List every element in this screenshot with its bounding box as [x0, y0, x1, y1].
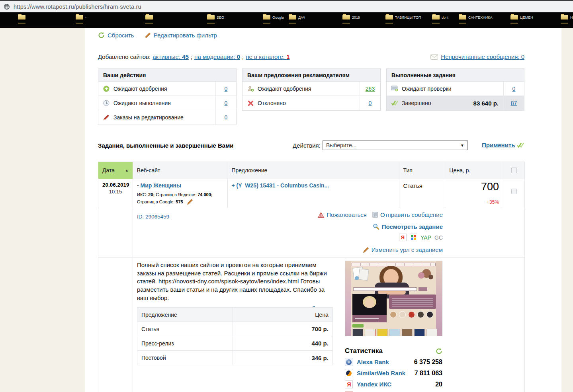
- pricing-table: Предложение Цена Статья 700 р. Пресс-рел…: [137, 307, 333, 365]
- type-cell: Статья: [399, 179, 446, 208]
- pricing-row: Статья 700 р.: [137, 322, 332, 336]
- row-checkbox[interactable]: [511, 189, 517, 194]
- panel-completed-tasks: Выполненные задания Ожидают проверки 0 З…: [386, 68, 524, 111]
- panel-row: Заказы на редактирование 0: [98, 110, 236, 125]
- bookmark-underline: [342, 23, 350, 23]
- view-task-link[interactable]: Посмотреть задание: [373, 223, 443, 230]
- separator: ;: [191, 53, 192, 60]
- complain-link[interactable]: Пожаловаться: [318, 211, 367, 218]
- thumbnail-decoration: [389, 329, 400, 336]
- thumbnail-decoration: [389, 294, 436, 309]
- warning-icon: [318, 212, 324, 218]
- reset-filter-link[interactable]: Сбросить: [98, 32, 134, 39]
- bookmark-item[interactable]: Google: [263, 15, 284, 23]
- website-link[interactable]: Мир Женщины: [141, 182, 181, 189]
- not-in-catalog-link[interactable]: не в каталоге: 1: [246, 53, 289, 60]
- header-checkbox-cell: [503, 162, 524, 179]
- thumbnail-decoration: [408, 311, 415, 318]
- bookmark-underline: [561, 23, 568, 23]
- table-row: 20.06.2019 10:15 - Мир Женщины ИКС: 20; …: [98, 179, 524, 208]
- bookmark-underline: [76, 23, 83, 23]
- refresh-icon[interactable]: [436, 348, 442, 355]
- apply-button[interactable]: Применить: [482, 142, 524, 148]
- alexa-rank-link[interactable]: Alexa Rank: [357, 359, 389, 365]
- red-x-icon: [246, 100, 254, 106]
- bookmark-item[interactable]: 2019: [342, 15, 360, 23]
- edit-url-link[interactable]: Изменить урл с заданием: [363, 246, 443, 253]
- offers-awaiting-approval-count[interactable]: 263: [366, 86, 375, 92]
- row-checkbox-cell: [503, 179, 524, 208]
- stat-row: SimilarWeb Rank 7 811 063: [345, 369, 442, 377]
- bookmark-item[interactable]: Новый: [561, 15, 573, 23]
- yandex-iks-link[interactable]: Yandex ИКС: [357, 381, 391, 388]
- sites-added-summary: Добавлено сайтов: активные: 45 ; на моде…: [98, 53, 290, 60]
- select-value: Выберите...: [326, 142, 356, 148]
- select-all-checkbox[interactable]: [511, 168, 517, 173]
- edit-filter-link[interactable]: Редактировать фильтр: [145, 32, 217, 39]
- site-thumbnail[interactable]: [345, 261, 442, 336]
- thumbnail-decoration: [414, 329, 425, 336]
- bookmark-label: -: [85, 16, 86, 20]
- refresh-icon: [98, 32, 105, 39]
- edit-filter-label[interactable]: Редактировать фильтр: [154, 32, 217, 39]
- rejected-count[interactable]: 0: [369, 100, 372, 106]
- price-value: 700: [481, 181, 499, 193]
- google-icon[interactable]: [410, 234, 417, 241]
- pricing-row: Постовой 346 р.: [137, 351, 332, 365]
- panel-your-offers: Ваши предложения рекламодателям Ожидают …: [242, 68, 381, 111]
- task-id-link[interactable]: ID: 29065459: [137, 214, 169, 220]
- thumbnail-decoration: [345, 261, 351, 336]
- awaiting-completion-count[interactable]: 0: [225, 100, 228, 106]
- active-sites-link[interactable]: активные: 45: [153, 53, 189, 60]
- empty-date-cell: [98, 258, 133, 392]
- awaiting-check-count[interactable]: 0: [512, 86, 516, 92]
- bookmark-item[interactable]: ТАБЛИЦЫ ТОП: [385, 15, 421, 23]
- apply-label[interactable]: Применить: [482, 142, 515, 148]
- offer-link[interactable]: + (Y_W25) 15431 - Columbus Casin...: [232, 182, 329, 189]
- thumbnail-decoration: [352, 324, 364, 328]
- folder-icon: [207, 15, 215, 20]
- column-header-date[interactable]: Дата▲: [98, 162, 133, 179]
- yandex-icon[interactable]: Я: [399, 234, 407, 241]
- bookmark-underline: [207, 23, 215, 23]
- bookmark-item[interactable]: САНТЕХНИКА: [459, 15, 493, 23]
- send-message-link[interactable]: Отправить сообщение: [372, 211, 443, 218]
- bookmark-label: ТАБЛИЦЫ ТОП: [395, 16, 421, 20]
- bookmark-item[interactable]: ДАЧ: [289, 15, 305, 23]
- bookmark-item[interactable]: [145, 15, 155, 23]
- message-icon: [372, 212, 378, 218]
- details-row: Полный список наших сайтов и проектов на…: [98, 258, 524, 392]
- thumbnail-decoration: [399, 311, 406, 318]
- unread-messages-label[interactable]: Непрочитанные сообщения: 0: [441, 53, 524, 60]
- envelope-icon: [430, 54, 438, 60]
- yandex-iks-value: 20: [435, 381, 442, 388]
- bookmark-item[interactable]: -: [76, 15, 86, 23]
- similarweb-rank-link[interactable]: SimilarWeb Rank: [357, 370, 405, 376]
- unread-messages-link[interactable]: Непрочитанные сообщения: 0: [430, 53, 524, 60]
- table-header-row: Дата▲ Веб-сайт Предложение Тип Цена, р.: [98, 162, 524, 179]
- website-cell: - Мир Женщины ИКС: 20; Страниц в Яндексе…: [133, 179, 228, 208]
- folder-icon: [342, 15, 350, 20]
- awaiting-approval-count[interactable]: 0: [225, 86, 228, 92]
- bookmark-item[interactable]: [18, 15, 27, 23]
- bookmark-item[interactable]: do it: [432, 15, 448, 23]
- panel-row-completed: Завершено 83 640 р. 87: [387, 96, 524, 110]
- bookmark-item[interactable]: ЦЕМЕН: [510, 15, 533, 23]
- url-text[interactable]: https://www.rotapost.ru/publishers/hram-…: [14, 4, 141, 10]
- thumbnail-decoration: [352, 315, 387, 322]
- edit-orders-count[interactable]: 0: [225, 114, 228, 121]
- pencil-icon[interactable]: [187, 199, 193, 205]
- reset-filter-label[interactable]: Сбросить: [108, 32, 134, 39]
- completed-count[interactable]: 87: [511, 100, 517, 106]
- bookmark-item[interactable]: SEO: [207, 15, 224, 23]
- double-check-icon: [517, 142, 524, 148]
- clock-icon: [102, 100, 110, 106]
- similarweb-rank-value: 7 811 063: [415, 370, 442, 377]
- actions-row: ID: 29065459 Пожаловаться Отправить сооб…: [98, 208, 524, 258]
- actions-select[interactable]: Выберите... ▼: [323, 140, 468, 150]
- thumbnail-decoration: [402, 329, 413, 336]
- panel-title: Ваши действия: [98, 69, 236, 82]
- moderation-sites-link[interactable]: на модерации: 0: [194, 53, 240, 60]
- thumbnail-decoration: [426, 311, 433, 318]
- folder-icon: [385, 15, 393, 20]
